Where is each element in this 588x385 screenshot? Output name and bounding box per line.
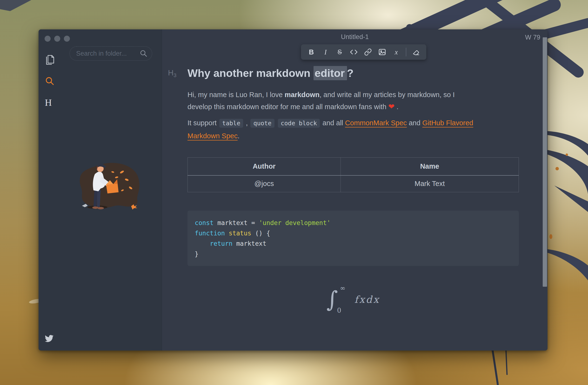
document-title: Untitled-1 [162,33,547,41]
integral-sign: ∫ [327,286,338,312]
table-header-row: Author Name [188,158,519,175]
math-body: fxdx [355,294,380,305]
empty-illustration [76,159,145,214]
format-toolbar: B I S [301,44,426,60]
math-block[interactable]: ∫∞0fxdx [188,285,519,314]
heading-level-gutter: H3 [168,68,176,79]
table-cell-name[interactable]: Mark Text [340,175,519,192]
marktext-window: H [39,29,547,350]
scrollbar-thumb[interactable] [543,37,547,287]
sidebar-search-icon [45,77,54,86]
twitter-icon [45,335,54,342]
heading-toc-icon: H [45,97,52,108]
desktop-wallpaper: H [0,0,588,385]
table-header-name[interactable]: Name [340,158,519,175]
strikethrough-button[interactable]: S [335,47,344,57]
sidebar-search-tab[interactable] [45,77,54,86]
toolbar-divider [406,48,406,56]
editor-area: Untitled-1 W 79 B I S [162,29,547,350]
word-count-badge: W 79 [525,34,540,41]
search-icon [140,50,147,57]
code-icon [350,48,358,56]
twitter-link[interactable] [45,335,54,342]
link-button[interactable] [363,47,373,57]
table-row: @jocs Mark Text [188,175,519,192]
link-icon [364,48,372,56]
search-in-folder-field [69,46,152,61]
table-cell-author[interactable]: @jocs [188,175,341,192]
integral-limits: ∞0 [338,285,349,314]
window-zoom-button[interactable] [64,36,70,42]
clear-format-button[interactable] [411,47,420,57]
window-minimize-button[interactable] [54,36,60,42]
bold-button[interactable]: B [307,47,316,57]
table-header-author[interactable]: Author [188,158,341,175]
sidebar-toc-tab[interactable]: H [45,97,52,108]
sidebar: H [39,29,162,350]
documents-icon [45,54,55,65]
search-input[interactable] [76,50,140,57]
inline-code-button[interactable] [349,47,358,57]
document-heading[interactable]: Why another markdown editor? [188,64,520,83]
image-icon [378,48,386,56]
image-button[interactable] [378,47,387,57]
inline-math-button[interactable]: x [392,47,401,57]
paragraph-features[interactable]: It support table , quote code block and … [188,117,521,142]
paragraph-intro[interactable]: Hi, my name is Luo Ran, I love markdown,… [188,89,521,113]
code-block[interactable]: const marktext = 'under development'func… [188,211,519,266]
window-close-button[interactable] [44,36,51,42]
selected-text: editor [314,66,347,80]
italic-button[interactable]: I [321,47,330,57]
author-table: Author Name @jocs Mark Text [188,157,519,192]
sidebar-documents-button[interactable] [45,54,55,65]
eraser-icon [412,48,420,56]
